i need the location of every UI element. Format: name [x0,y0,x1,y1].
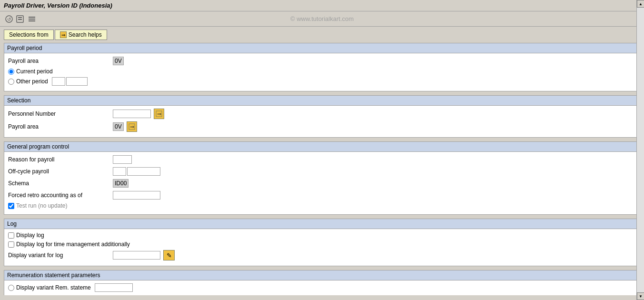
display-log-checkbox[interactable] [8,232,14,239]
selection-section: Selection Personnel Number ⇒ Payroll are… [4,95,640,138]
personnel-number-row: Personnel Number ⇒ [8,109,636,119]
menu-icon[interactable] [27,14,37,24]
reason-for-payroll-label: Reason for payroll [8,156,113,163]
svg-rect-4 [18,19,22,20]
display-log-row: Display log [8,232,636,239]
off-cycle-payroll-row: Off-cycle payroll [8,167,636,176]
svg-rect-6 [29,19,35,20]
page-title: Payroll Driver, Version ID (Indonesia) [4,2,112,9]
schema-label: Schema [8,180,113,187]
forced-retro-row: Forced retro accounting as of [8,190,636,200]
current-period-radio[interactable] [8,69,14,75]
other-period-input2[interactable] [66,77,88,86]
current-period-label: Current period [16,68,53,75]
remuneration-header: Remuneration statement parameters [4,270,640,280]
off-cycle-payroll-label: Off-cycle payroll [8,168,113,175]
search-helps-arrow-icon: ⇒ [60,31,67,38]
svg-rect-5 [29,17,35,18]
payroll-period-section: Payroll period Payroll area 0V Current p… [4,43,640,91]
button-bar: Selections from ⇒ Search helps [0,27,644,43]
svg-text:⇒: ⇒ [129,124,134,130]
svg-text:⇒: ⇒ [157,111,161,117]
svg-text:↺: ↺ [7,17,11,22]
display-log-time-label: Display log for time management addition… [16,241,130,248]
test-run-row: Test run (no update) [8,202,636,209]
payroll-area-arrow-button[interactable]: ⇒ [127,121,137,132]
other-period-label: Other period [16,78,48,85]
off-cycle-input1[interactable] [113,167,126,176]
svg-rect-3 [18,17,22,18]
remuneration-section: Remuneration statement parameters Displa… [4,270,640,295]
search-helps-label: Search helps [69,31,102,38]
schema-row: Schema ID00 [8,179,636,188]
display-variant-log-label: Display variant for log [8,252,113,259]
scroll-down-icon: ▼ [639,294,643,299]
log-body: Display log Display log for time managem… [4,229,640,266]
reason-for-payroll-input[interactable] [113,155,132,164]
watermark: © www.tutorialkart.com [290,15,354,22]
general-program-control-body: Reason for payroll Off-cycle payroll Sch… [4,152,640,214]
test-run-checkbox[interactable] [8,203,14,209]
forced-retro-label: Forced retro accounting as of [8,192,113,199]
display-log-time-row: Display log for time management addition… [8,241,636,248]
general-program-control-section: General program control Reason for payro… [4,141,640,215]
scroll-track [637,8,644,292]
selection-payroll-area-row: Payroll area 0V ⇒ [8,121,636,132]
other-period-radio[interactable] [8,79,14,85]
payroll-period-header: Payroll period [4,43,640,53]
remuneration-body: Display variant Rem. stateme [4,280,640,295]
display-log-label: Display log [16,232,44,239]
selection-payroll-area-value: 0V [113,122,124,131]
display-variant-log-input[interactable] [113,251,160,260]
display-log-time-checkbox[interactable] [8,241,14,248]
svg-rect-7 [29,20,35,21]
search-helps-button[interactable]: ⇒ Search helps [55,30,107,40]
payroll-area-value: 0V [113,57,124,65]
display-variant-log-row: Display variant for log ✎ [8,250,636,260]
payroll-area-row: Payroll area 0V [8,56,636,66]
log-header: Log [4,219,640,229]
log-section: Log Display log Display log for time man… [4,219,640,266]
selection-header: Selection [4,96,640,106]
off-cycle-input2[interactable] [127,167,160,176]
general-program-control-header: General program control [4,142,640,152]
display-variant-rem-label: Display variant Rem. stateme [16,284,91,291]
selections-from-button[interactable]: Selections from [4,30,54,40]
personnel-number-label: Personnel Number [8,110,113,117]
scroll-down-button[interactable]: ▼ [637,292,644,300]
personnel-number-arrow-button[interactable]: ⇒ [154,109,164,119]
scroll-up-icon: ▲ [639,2,643,6]
display-variant-rem-input[interactable] [95,283,133,292]
display-variant-rem-row: Display variant Rem. stateme [8,283,636,292]
toolbar: ↺ © www.tutorialkart.com [0,11,644,27]
pencil-button[interactable]: ✎ [163,250,175,260]
forced-retro-input[interactable] [113,191,160,200]
payroll-period-body: Payroll area 0V Current period Other per… [4,53,640,91]
personnel-number-input[interactable] [113,110,151,118]
payroll-area-label: Payroll area [8,58,113,64]
pencil-icon: ✎ [167,252,172,259]
reason-for-payroll-row: Reason for payroll [8,155,636,164]
test-run-label: Test run (no update) [16,202,67,209]
title-bar: Payroll Driver, Version ID (Indonesia) [0,0,644,11]
scroll-up-button[interactable]: ▲ [637,0,644,8]
main-content: Payroll period Payroll area 0V Current p… [0,43,644,295]
selection-body: Personnel Number ⇒ Payroll area 0V ⇒ [4,106,640,137]
forward-icon[interactable] [15,14,26,24]
back-icon[interactable]: ↺ [4,14,14,24]
other-period-row: Other period [8,77,636,86]
selection-payroll-area-label: Payroll area [8,123,113,130]
right-scrollbar: ▲ ▼ [636,0,644,300]
current-period-row: Current period [8,68,636,75]
schema-value: ID00 [113,179,129,188]
display-variant-rem-radio[interactable] [8,285,14,291]
other-period-input1[interactable] [52,77,65,86]
